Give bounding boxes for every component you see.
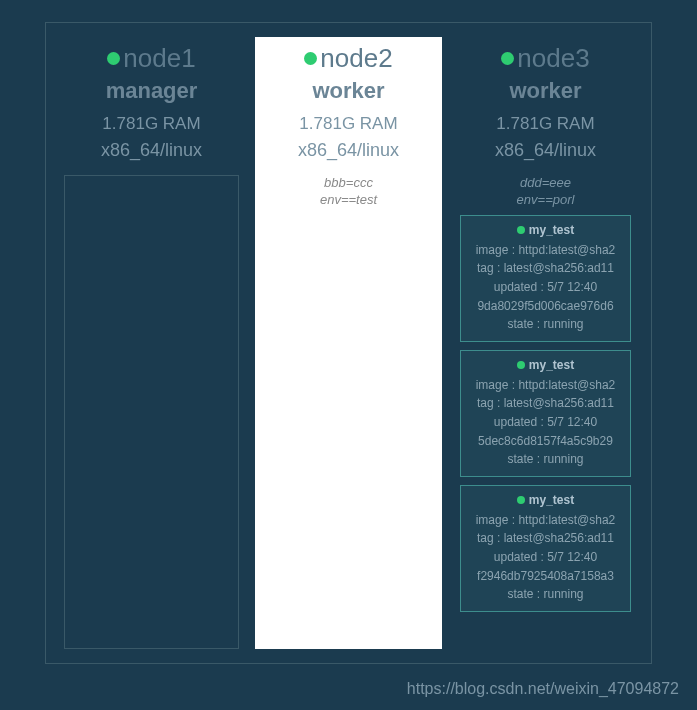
- task-updated: updated : 5/7 12:40: [463, 278, 628, 297]
- node-header: node2: [304, 37, 392, 74]
- status-dot-icon: [517, 496, 525, 504]
- watermark-text: https://blog.csdn.net/weixin_47094872: [407, 680, 679, 698]
- task-name: my_test: [529, 493, 574, 507]
- status-dot-icon: [517, 361, 525, 369]
- status-dot-icon: [107, 52, 120, 65]
- node-label: bbb=ccc: [320, 175, 377, 192]
- task-id: f2946db7925408a7158a3: [463, 567, 628, 586]
- node-label: env==test: [320, 192, 377, 209]
- swarm-container: node1 manager 1.781G RAM x86_64/linux no…: [45, 22, 652, 664]
- task-updated: updated : 5/7 12:40: [463, 548, 628, 567]
- node-name: node3: [517, 43, 589, 74]
- node-role: manager: [106, 78, 198, 104]
- node-role: worker: [312, 78, 384, 104]
- task-tag: tag : latest@sha256:ad11: [463, 394, 628, 413]
- status-dot-icon: [517, 226, 525, 234]
- task-state: state : running: [463, 315, 628, 334]
- task-state: state : running: [463, 585, 628, 604]
- status-dot-icon: [304, 52, 317, 65]
- status-dot-icon: [501, 52, 514, 65]
- node-column-node3[interactable]: node3 worker 1.781G RAM x86_64/linux ddd…: [452, 37, 639, 649]
- node-ram: 1.781G RAM: [299, 114, 397, 134]
- task-name: my_test: [529, 223, 574, 237]
- task-name: my_test: [529, 358, 574, 372]
- task-tag: tag : latest@sha256:ad11: [463, 259, 628, 278]
- node-header: node3: [501, 37, 589, 74]
- node-label: ddd=eee: [517, 175, 575, 192]
- task-tag: tag : latest@sha256:ad11: [463, 529, 628, 548]
- task-image: image : httpd:latest@sha2: [463, 376, 628, 395]
- node-ram: 1.781G RAM: [496, 114, 594, 134]
- node-header: node1: [107, 37, 195, 74]
- node-label: env==porl: [517, 192, 575, 209]
- task-title: my_test: [463, 493, 628, 507]
- task-card[interactable]: my_test image : httpd:latest@sha2 tag : …: [460, 350, 631, 477]
- task-card[interactable]: my_test image : httpd:latest@sha2 tag : …: [460, 485, 631, 612]
- task-state: state : running: [463, 450, 628, 469]
- task-card[interactable]: my_test image : httpd:latest@sha2 tag : …: [460, 215, 631, 342]
- task-id: 5dec8c6d8157f4a5c9b29: [463, 432, 628, 451]
- task-updated: updated : 5/7 12:40: [463, 413, 628, 432]
- node-tasks-box: [64, 175, 240, 649]
- node-name: node1: [123, 43, 195, 74]
- node-column-node1[interactable]: node1 manager 1.781G RAM x86_64/linux: [58, 37, 245, 649]
- task-id: 9da8029f5d006cae976d6: [463, 297, 628, 316]
- task-image: image : httpd:latest@sha2: [463, 241, 628, 260]
- task-image: image : httpd:latest@sha2: [463, 511, 628, 530]
- node-labels: ddd=eee env==porl: [517, 175, 575, 209]
- tasks-area: my_test image : httpd:latest@sha2 tag : …: [452, 215, 639, 612]
- task-title: my_test: [463, 223, 628, 237]
- node-arch: x86_64/linux: [298, 140, 399, 161]
- node-labels: bbb=ccc env==test: [320, 175, 377, 209]
- node-name: node2: [320, 43, 392, 74]
- node-arch: x86_64/linux: [101, 140, 202, 161]
- node-ram: 1.781G RAM: [102, 114, 200, 134]
- node-arch: x86_64/linux: [495, 140, 596, 161]
- node-column-node2[interactable]: node2 worker 1.781G RAM x86_64/linux bbb…: [255, 37, 442, 649]
- task-title: my_test: [463, 358, 628, 372]
- node-role: worker: [509, 78, 581, 104]
